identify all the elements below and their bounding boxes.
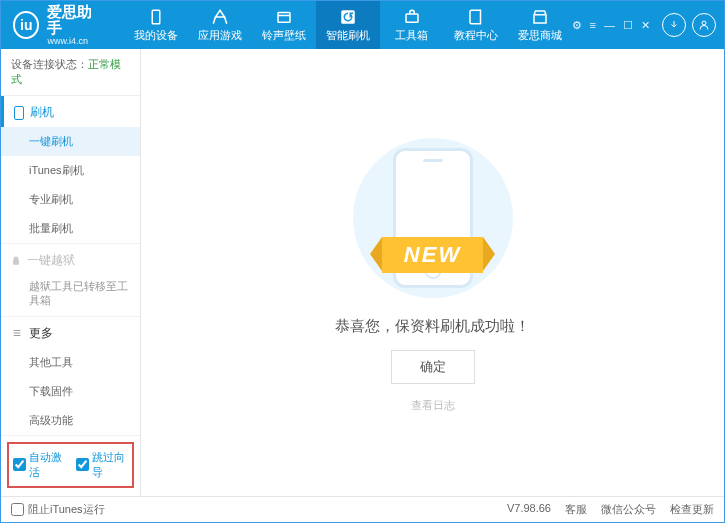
folder-icon [275,8,293,26]
nav-flash[interactable]: 智能刷机 [316,1,380,49]
refresh-icon [339,8,357,26]
checkbox-group-highlighted: 自动激活 跳过向导 [7,442,134,488]
svg-rect-0 [152,10,160,24]
toolbox-icon [403,8,421,26]
logo-area: iu 爱思助手 www.i4.cn [1,4,116,47]
new-ribbon: NEW [382,237,483,273]
wechat-link[interactable]: 微信公众号 [601,502,656,517]
sidebar-head-flash[interactable]: 刷机 [1,96,140,127]
titlebar-controls: ⚙ ≡ — ☐ ✕ [572,13,724,37]
svg-rect-2 [341,10,355,24]
device-status: 设备连接状态：正常模式 [1,49,140,96]
settings-icon[interactable]: ⚙ [572,19,582,32]
titlebar: iu 爱思助手 www.i4.cn 我的设备 应用游戏 铃声壁纸 智能刷机 工具… [1,1,724,49]
main-nav: 我的设备 应用游戏 铃声壁纸 智能刷机 工具箱 教程中心 爱思商城 [124,1,572,49]
sidebar-item-pro-flash[interactable]: 专业刷机 [1,185,140,214]
sidebar-item-oneclick-flash[interactable]: 一键刷机 [1,127,140,156]
check-auto-activate[interactable]: 自动激活 [13,450,66,480]
sidebar-item-advanced[interactable]: 高级功能 [1,406,140,435]
sidebar-item-batch-flash[interactable]: 批量刷机 [1,214,140,243]
nav-tutorials[interactable]: 教程中心 [444,1,508,49]
sidebar-item-itunes-flash[interactable]: iTunes刷机 [1,156,140,185]
nav-ringtones[interactable]: 铃声壁纸 [252,1,316,49]
svg-point-4 [702,21,706,25]
check-skip-guide[interactable]: 跳过向导 [76,450,129,480]
view-log-link[interactable]: 查看日志 [411,398,455,413]
phone-icon [14,106,24,120]
phone-icon [147,8,165,26]
app-url: www.i4.cn [47,37,103,47]
user-button[interactable] [692,13,716,37]
nav-apps[interactable]: 应用游戏 [188,1,252,49]
book-icon [467,8,485,26]
svg-rect-1 [278,12,290,22]
maximize-icon[interactable]: ☐ [623,19,633,32]
main-content: NEW 恭喜您，保资料刷机成功啦！ 确定 查看日志 [141,49,724,496]
download-button[interactable] [662,13,686,37]
nav-my-device[interactable]: 我的设备 [124,1,188,49]
list-icon [11,328,23,338]
sidebar-item-download-fw[interactable]: 下载固件 [1,377,140,406]
body: 设备连接状态：正常模式 刷机 一键刷机 iTunes刷机 专业刷机 批量刷机 一… [1,49,724,496]
logo-icon: iu [13,11,39,39]
nav-store[interactable]: 爱思商城 [508,1,572,49]
jailbreak-note: 越狱工具已转移至工具箱 [1,275,140,316]
minimize-icon[interactable]: — [604,19,615,32]
sidebar-head-jailbreak: 一键越狱 [1,244,140,275]
footer: 阻止iTunes运行 V7.98.66 客服 微信公众号 检查更新 [1,496,724,522]
apps-icon [211,8,229,26]
version-label: V7.98.66 [507,502,551,517]
sidebar-head-more[interactable]: 更多 [1,317,140,348]
app-name: 爱思助手 [47,4,103,37]
close-icon[interactable]: ✕ [641,19,650,32]
sidebar: 设备连接状态：正常模式 刷机 一键刷机 iTunes刷机 专业刷机 批量刷机 一… [1,49,141,496]
success-message: 恭喜您，保资料刷机成功啦！ [335,317,530,336]
lock-icon [11,256,21,266]
sidebar-item-other-tools[interactable]: 其他工具 [1,348,140,377]
ok-button[interactable]: 确定 [391,350,475,384]
menu-icon[interactable]: ≡ [590,19,596,32]
update-link[interactable]: 检查更新 [670,502,714,517]
store-icon [531,8,549,26]
svg-rect-3 [406,14,418,22]
nav-toolbox[interactable]: 工具箱 [380,1,444,49]
app-window: iu 爱思助手 www.i4.cn 我的设备 应用游戏 铃声壁纸 智能刷机 工具… [0,0,725,523]
success-illustration: NEW [333,133,533,303]
check-block-itunes[interactable]: 阻止iTunes运行 [11,502,105,517]
service-link[interactable]: 客服 [565,502,587,517]
